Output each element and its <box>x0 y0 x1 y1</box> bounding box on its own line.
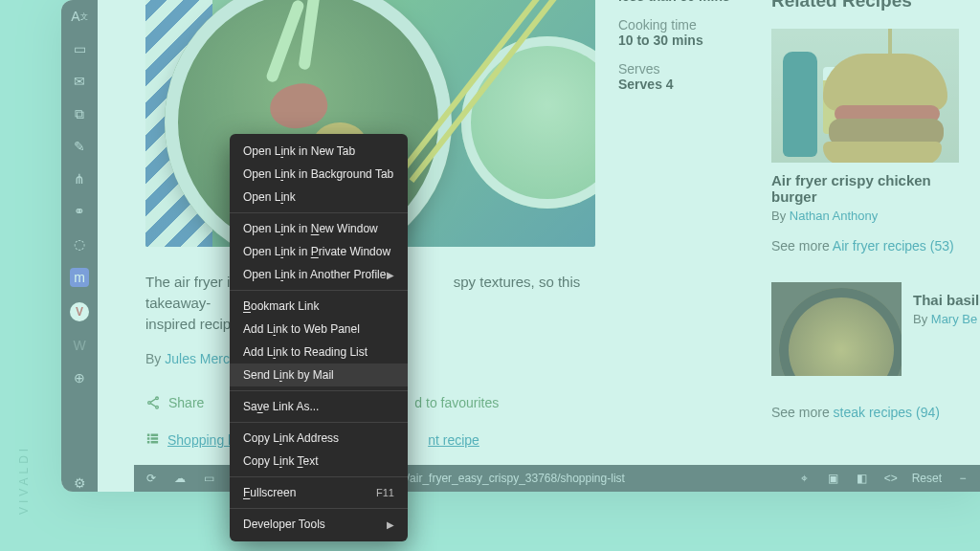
related-card[interactable]: Thai basil By Mary Be <box>771 282 980 376</box>
context-menu-item[interactable]: Open Link in Another Profile▶ <box>230 263 408 286</box>
wiki-icon[interactable]: W <box>71 337 88 354</box>
svg-rect-4 <box>147 438 150 441</box>
context-menu-item[interactable]: Add Link to Web Panel <box>230 318 408 341</box>
related-recipes: Related Recipes Air fryer crispy chicken… <box>771 0 980 420</box>
add-panel-icon[interactable]: ⊕ <box>71 369 88 386</box>
notes-icon[interactable]: ✎ <box>71 138 88 155</box>
prep-value: less than 30 mins <box>618 0 730 4</box>
recipe-meta: less than 30 mins Cooking time 10 to 30 … <box>618 0 730 247</box>
related-author-link[interactable]: Mary Be <box>931 312 977 326</box>
related-title: Air fryer crispy chicken burger <box>771 172 980 205</box>
window-icon[interactable]: ⧉ <box>71 105 88 122</box>
menu-separator <box>230 390 408 391</box>
context-menu-item[interactable]: Copy Link Text <box>230 450 408 473</box>
link-context-menu: Open Link in New TabOpen Link in Backgro… <box>230 134 408 541</box>
context-menu-item[interactable]: Send Link by Mail <box>230 364 408 386</box>
related-byline: By Mary Be <box>913 312 979 326</box>
context-menu-item[interactable]: Open Link in New Window <box>230 217 408 240</box>
svg-rect-5 <box>147 441 150 444</box>
brand-label: VIVALDI <box>17 445 31 515</box>
svg-point-1 <box>148 402 151 405</box>
sync-icon[interactable]: ⟳ <box>144 472 159 485</box>
context-menu-item[interactable]: Open Link <box>230 186 408 209</box>
see-more: See more steak recipes (94) <box>771 405 980 420</box>
tile-icon[interactable]: ▭ <box>201 472 216 485</box>
cloud-icon[interactable]: ☁ <box>172 472 188 485</box>
list-icon <box>145 431 160 449</box>
menu-separator <box>230 508 408 509</box>
cook-value: 10 to 30 mins <box>618 33 730 48</box>
context-menu-item[interactable]: Open Link in Background Tab <box>230 163 408 186</box>
svg-rect-6 <box>151 434 159 437</box>
related-heading: Related Recipes <box>771 0 980 11</box>
print-link[interactable]: nt recipe <box>428 431 479 449</box>
shortcut-label: F11 <box>376 487 394 498</box>
serves-value: Serves 4 <box>618 77 730 92</box>
side-panel: A文 ▭ ✉ ⧉ ✎ ⋔ ⚭ ◌ m V W ⊕ ⚙ <box>61 0 98 492</box>
context-menu-item[interactable]: Save Link As... <box>230 395 408 418</box>
see-more-link[interactable]: Air fryer recipes (53) <box>833 238 954 253</box>
browser-window: A文 ▭ ✉ ⧉ ✎ ⋔ ⚭ ◌ m V W ⊕ ⚙ <box>61 0 980 492</box>
submenu-arrow-icon: ▶ <box>387 270 394 280</box>
page-actions-icon[interactable]: ◧ <box>855 472 870 485</box>
reset-zoom[interactable]: Reset <box>912 472 942 485</box>
devtools-toggle-icon[interactable]: <> <box>883 472 899 485</box>
svg-rect-7 <box>151 438 159 441</box>
mastodon-icon[interactable]: m <box>70 268 89 287</box>
menu-separator <box>230 476 408 477</box>
serves-label: Serves <box>618 61 730 77</box>
translate-icon[interactable]: A文 <box>71 8 88 25</box>
context-menu-item[interactable]: Copy Link Address <box>230 427 408 450</box>
related-author-link[interactable]: Nathan Anthony <box>790 209 879 223</box>
menu-separator <box>230 422 408 423</box>
settings-icon[interactable]: ⚙ <box>71 474 88 492</box>
cook-label: Cooking time <box>618 17 730 33</box>
svg-point-0 <box>156 397 159 400</box>
favourite-button[interactable]: d to favourites <box>414 395 499 410</box>
context-menu-item[interactable]: Open Link in New Tab <box>230 140 408 163</box>
context-menu-item[interactable]: Bookmark Link <box>230 295 408 318</box>
svg-rect-8 <box>151 441 159 444</box>
related-thumb <box>771 29 959 163</box>
capture-icon[interactable]: ⌖ <box>797 472 813 485</box>
share-button[interactable]: Share <box>145 395 204 410</box>
share-icon <box>145 395 161 410</box>
related-byline: By Nathan Anthony <box>771 209 980 223</box>
zoom-out-icon[interactable]: − <box>955 472 970 485</box>
see-more-link[interactable]: steak recipes (94) <box>834 405 940 420</box>
menu-separator <box>230 290 408 291</box>
submenu-arrow-icon: ▶ <box>387 519 394 530</box>
menu-separator <box>230 212 408 213</box>
related-title: Thai basil <box>913 292 979 308</box>
context-menu-item[interactable]: Add Link to Reading List <box>230 341 408 364</box>
chat-icon[interactable]: ◌ <box>71 235 88 253</box>
contacts-icon[interactable]: ⚭ <box>71 203 88 220</box>
context-menu-item[interactable]: FullscreenF11 <box>230 481 408 504</box>
context-menu-item[interactable]: Developer Tools▶ <box>230 513 408 536</box>
see-more: See more Air fryer recipes (53) <box>771 238 980 253</box>
feeds-icon[interactable]: ⋔ <box>71 170 88 187</box>
image-toggle-icon[interactable]: ▣ <box>826 472 841 485</box>
related-card[interactable]: Air fryer crispy chicken burger By Natha… <box>771 29 980 253</box>
svg-point-2 <box>156 407 159 409</box>
mail-icon[interactable]: ✉ <box>71 73 88 90</box>
calendar-icon[interactable]: ▭ <box>71 40 88 57</box>
context-menu-item[interactable]: Open Link in Private Window <box>230 240 408 263</box>
svg-rect-3 <box>147 434 150 437</box>
related-thumb <box>771 282 902 376</box>
vivaldi-icon[interactable]: V <box>70 302 89 321</box>
